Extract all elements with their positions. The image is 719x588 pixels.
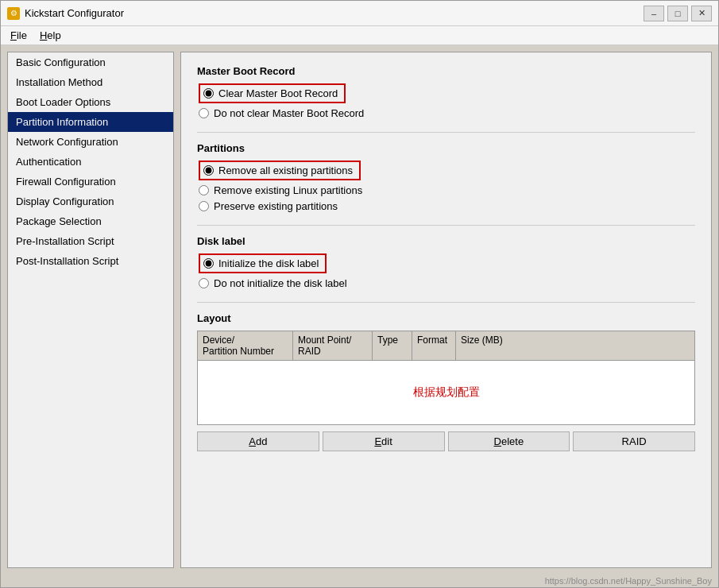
partitions-option-remove-linux[interactable]: Remove existing Linux partitions bbox=[199, 184, 695, 196]
layout-table-header: Device/ Partition Number Mount Point/ RA… bbox=[198, 331, 694, 361]
partitions-preserve-radio[interactable] bbox=[199, 201, 209, 211]
mbr-clear-highlighted: Clear Master Boot Record bbox=[199, 83, 346, 103]
partitions-preserve-label: Preserve existing partitions bbox=[214, 200, 338, 212]
layout-title: Layout bbox=[197, 312, 695, 324]
menu-file[interactable]: File bbox=[4, 28, 33, 43]
mbr-radio-group: Clear Master Boot Record Do not clear Ma… bbox=[199, 83, 695, 119]
mbr-clear-radio[interactable] bbox=[203, 88, 214, 99]
col-type: Type bbox=[373, 331, 412, 360]
mbr-clear-label: Clear Master Boot Record bbox=[218, 87, 338, 99]
layout-table-wrapper: Device/ Partition Number Mount Point/ RA… bbox=[197, 331, 695, 425]
edit-button[interactable]: Edit bbox=[323, 431, 445, 451]
sidebar-item-pre-installation-script[interactable]: Pre-Installation Script bbox=[8, 231, 173, 251]
layout-placeholder-text: 根据规划配置 bbox=[413, 385, 480, 400]
partitions-remove-all-radio[interactable] bbox=[203, 165, 214, 176]
partitions-section: Partitions Remove all existing partition… bbox=[197, 142, 695, 212]
disk-label-init-label: Initialize the disk label bbox=[218, 257, 319, 269]
mbr-option-noclear[interactable]: Do not clear Master Boot Record bbox=[199, 107, 695, 119]
partitions-option-preserve[interactable]: Preserve existing partitions bbox=[199, 200, 695, 212]
disk-label-section: Disk label Initialize the disk label Do … bbox=[197, 235, 695, 289]
maximize-button[interactable]: □ bbox=[667, 6, 688, 21]
sidebar-item-package-selection[interactable]: Package Selection bbox=[8, 211, 173, 231]
sidebar: Basic Configuration Installation Method … bbox=[7, 52, 174, 568]
master-boot-record-title: Master Boot Record bbox=[197, 65, 695, 77]
title-bar: ⚙ Kickstart Configurator – □ ✕ bbox=[1, 1, 718, 26]
sidebar-item-post-installation-script[interactable]: Post-Installation Script bbox=[8, 251, 173, 271]
mbr-noclear-label: Do not clear Master Boot Record bbox=[214, 107, 364, 119]
col-mount-point: Mount Point/ RAID bbox=[293, 331, 373, 360]
app-icon: ⚙ bbox=[7, 7, 20, 20]
menu-file-label: F bbox=[10, 29, 17, 41]
layout-table-body: 根据规划配置 bbox=[198, 361, 694, 424]
mbr-noclear-radio[interactable] bbox=[199, 108, 209, 118]
minimize-button[interactable]: – bbox=[644, 6, 664, 21]
divider-3 bbox=[197, 302, 695, 303]
partitions-remove-all-highlighted: Remove all existing partitions bbox=[199, 161, 361, 180]
disk-label-init-radio[interactable] bbox=[203, 258, 214, 269]
divider-1 bbox=[197, 132, 695, 133]
sidebar-item-firewall-configuration[interactable]: Firewall Configuration bbox=[8, 172, 173, 191]
disk-label-option-init[interactable]: Initialize the disk label bbox=[199, 253, 695, 273]
disk-label-title: Disk label bbox=[197, 235, 695, 247]
partitions-option-remove-all[interactable]: Remove all existing partitions bbox=[199, 161, 695, 180]
col-device-partition: Device/ Partition Number bbox=[198, 331, 293, 360]
delete-button[interactable]: Delete bbox=[448, 431, 570, 451]
main-container: Basic Configuration Installation Method … bbox=[1, 45, 718, 574]
partitions-remove-all-label: Remove all existing partitions bbox=[218, 164, 353, 176]
sidebar-item-display-configuration[interactable]: Display Configuration bbox=[8, 191, 173, 211]
disk-label-noinit-label: Do not initialize the disk label bbox=[214, 277, 347, 289]
title-bar-controls: – □ ✕ bbox=[644, 6, 712, 21]
sidebar-item-partition-information[interactable]: Partition Information bbox=[8, 112, 173, 132]
menu-help-label: H bbox=[40, 29, 47, 41]
partitions-title: Partitions bbox=[197, 142, 695, 154]
col-format: Format bbox=[412, 331, 456, 360]
partitions-radio-group: Remove all existing partitions Remove ex… bbox=[199, 161, 695, 212]
partitions-remove-linux-label: Remove existing Linux partitions bbox=[214, 184, 362, 196]
watermark: https://blog.csdn.net/Happy_Sunshine_Boy bbox=[1, 574, 718, 587]
layout-section: Layout Device/ Partition Number Mount Po… bbox=[197, 312, 695, 451]
close-button[interactable]: ✕ bbox=[691, 6, 712, 21]
content-panel: Master Boot Record Clear Master Boot Rec… bbox=[180, 52, 712, 568]
col-size: Size (MB) bbox=[456, 331, 694, 360]
sidebar-item-authentication[interactable]: Authentication bbox=[8, 152, 173, 172]
layout-buttons-row: Add Edit Delete RAID bbox=[197, 431, 695, 451]
title-bar-left: ⚙ Kickstart Configurator bbox=[7, 7, 124, 20]
sidebar-item-basic-configuration[interactable]: Basic Configuration bbox=[8, 52, 173, 72]
add-button[interactable]: Add bbox=[197, 431, 319, 451]
disk-label-radio-group: Initialize the disk label Do not initial… bbox=[199, 253, 695, 289]
app-title: Kickstart Configurator bbox=[25, 7, 124, 19]
menu-bar: File Help bbox=[1, 26, 718, 45]
menu-help[interactable]: Help bbox=[33, 28, 68, 43]
disk-label-init-highlighted: Initialize the disk label bbox=[199, 253, 327, 273]
partitions-remove-linux-radio[interactable] bbox=[199, 185, 209, 195]
sidebar-item-installation-method[interactable]: Installation Method bbox=[8, 72, 173, 92]
sidebar-item-boot-loader-options[interactable]: Boot Loader Options bbox=[8, 92, 173, 112]
raid-button[interactable]: RAID bbox=[573, 431, 695, 451]
sidebar-item-network-configuration[interactable]: Network Configuration bbox=[8, 132, 173, 152]
disk-label-noinit-radio[interactable] bbox=[199, 278, 209, 288]
master-boot-record-section: Master Boot Record Clear Master Boot Rec… bbox=[197, 65, 695, 119]
disk-label-option-noinit[interactable]: Do not initialize the disk label bbox=[199, 277, 695, 289]
mbr-option-clear[interactable]: Clear Master Boot Record bbox=[199, 83, 695, 103]
divider-2 bbox=[197, 225, 695, 226]
